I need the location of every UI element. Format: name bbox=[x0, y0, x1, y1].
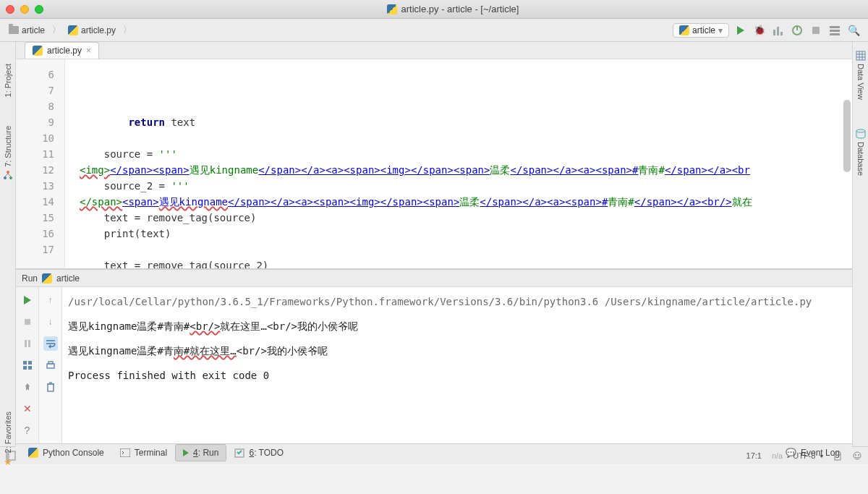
code-line[interactable] bbox=[65, 130, 852, 146]
python-file-icon bbox=[679, 25, 689, 35]
close-tab-button[interactable]: ✕ bbox=[20, 401, 35, 416]
python-file-icon bbox=[42, 273, 52, 284]
svg-rect-1 bbox=[777, 27, 779, 35]
titlebar: article.py - article - [~/article] bbox=[0, 0, 868, 19]
chevron-right-icon: 〉 bbox=[123, 24, 132, 36]
scroll-to-top-button[interactable]: ↑ bbox=[43, 293, 58, 307]
status-inspector-icon[interactable] bbox=[852, 451, 862, 461]
run-config-selector[interactable]: article ▾ bbox=[673, 23, 729, 38]
svg-rect-2 bbox=[780, 32, 783, 35]
folder-icon bbox=[9, 26, 19, 34]
svg-rect-27 bbox=[835, 455, 841, 460]
python-file-icon bbox=[68, 25, 78, 35]
tab-todo[interactable]: 6: TODO bbox=[226, 444, 292, 461]
editor-tabs: article.py × bbox=[16, 42, 852, 59]
console-command-line: /usr/local/Cellar/python/3.6.5_1/Framewo… bbox=[68, 293, 846, 310]
window-zoom-button[interactable] bbox=[35, 5, 43, 14]
tab-python-console[interactable]: Python Console bbox=[20, 444, 112, 461]
tool-data-view-tab[interactable]: Data View bbox=[856, 51, 866, 100]
svg-rect-20 bbox=[48, 384, 54, 391]
database-icon bbox=[856, 129, 866, 139]
grid-icon bbox=[856, 51, 866, 61]
run-tool-title: Run bbox=[22, 273, 38, 284]
close-tab-button[interactable]: × bbox=[86, 46, 91, 56]
scroll-to-bottom-button[interactable]: ↓ bbox=[43, 315, 58, 329]
tool-database-tab[interactable]: Database bbox=[856, 129, 866, 176]
console-output[interactable]: /usr/local/Cellar/python/3.6.5_1/Framewo… bbox=[62, 287, 852, 443]
clear-all-button[interactable] bbox=[43, 380, 58, 394]
stop-process-button[interactable] bbox=[20, 315, 35, 329]
svg-rect-13 bbox=[28, 340, 30, 347]
window-close-button[interactable] bbox=[6, 5, 14, 14]
code-line[interactable]: text = remove_tag(source) bbox=[65, 210, 852, 226]
layout-settings-button[interactable] bbox=[829, 25, 841, 36]
code-area[interactable]: return text source = '''<img></span><spa… bbox=[65, 59, 852, 268]
svg-rect-11 bbox=[25, 319, 30, 325]
python-icon bbox=[28, 448, 38, 458]
rerun-button[interactable] bbox=[20, 293, 35, 307]
code-line[interactable]: print(text) bbox=[65, 226, 852, 242]
python-file-icon bbox=[33, 46, 43, 56]
console-exit-line: Process finished with exit code 0 bbox=[68, 367, 846, 384]
tool-structure-tab[interactable]: 7: Structure bbox=[3, 126, 13, 180]
run-actions-rail: ✕ ? bbox=[16, 287, 39, 443]
stop-button[interactable] bbox=[810, 25, 822, 36]
code-editor[interactable]: 67891011121314151617 return text source … bbox=[16, 59, 852, 269]
structure-icon bbox=[3, 170, 13, 180]
tool-project-tab[interactable]: 1: Project bbox=[4, 64, 12, 97]
pin-tab-button[interactable] bbox=[20, 380, 35, 394]
print-button[interactable] bbox=[43, 358, 58, 372]
svg-rect-4 bbox=[812, 27, 820, 34]
center-column: article.py × 67891011121314151617 return… bbox=[16, 42, 852, 446]
svg-rect-6 bbox=[830, 30, 840, 32]
tab-run[interactable]: 4: Run bbox=[175, 444, 226, 461]
run-tool-header[interactable]: Run article bbox=[16, 270, 852, 287]
svg-point-8 bbox=[7, 171, 9, 174]
run-button[interactable] bbox=[735, 25, 746, 36]
code-line[interactable] bbox=[65, 242, 852, 257]
breadcrumb-file[interactable]: article.py bbox=[64, 24, 120, 37]
code-line[interactable]: source_2 = ''' bbox=[65, 178, 852, 194]
code-line[interactable]: <img></span><span>遇见kingname</span></a><… bbox=[65, 162, 852, 178]
code-line[interactable]: text = remove_tag(source_2) bbox=[65, 257, 852, 268]
console-output-line: 遇见kingname温柔#青南#<br/>就在这里…<br/>我的小侯爷呢 bbox=[68, 318, 846, 335]
bottom-tool-tabs: Python Console Terminal 4: Run 6: TODO 💬… bbox=[16, 443, 852, 461]
editor-scrollbar[interactable] bbox=[843, 100, 851, 172]
status-line-separator[interactable]: n/a bbox=[772, 451, 783, 460]
svg-rect-15 bbox=[28, 361, 32, 365]
svg-point-10 bbox=[9, 176, 12, 179]
svg-rect-0 bbox=[773, 30, 775, 35]
status-caret-position[interactable]: 17:1 bbox=[746, 451, 762, 460]
svg-rect-12 bbox=[25, 340, 27, 347]
chevron-right-icon: 〉 bbox=[52, 24, 61, 36]
pause-button[interactable] bbox=[20, 336, 35, 351]
profile-button[interactable] bbox=[791, 25, 803, 36]
main-area: 1: Project 7: Structure 2: Favorites ★ a… bbox=[0, 42, 868, 446]
breadcrumb-project-label: article bbox=[22, 25, 45, 35]
status-encoding[interactable]: UTF-8♦ bbox=[793, 451, 823, 460]
svg-rect-19 bbox=[48, 362, 53, 364]
status-read-only-toggle[interactable] bbox=[833, 451, 842, 461]
breadcrumb-project[interactable]: article bbox=[4, 24, 49, 37]
main-toolbar: article 〉 article.py 〉 article ▾ bbox=[0, 19, 868, 42]
line-number-gutter: 67891011121314151617 bbox=[16, 59, 65, 268]
help-button[interactable]: ? bbox=[20, 423, 35, 438]
right-tool-rail: Data View Database bbox=[852, 42, 868, 446]
svg-rect-23 bbox=[856, 51, 865, 60]
search-everywhere-button[interactable] bbox=[848, 25, 859, 36]
editor-tab-article[interactable]: article.py × bbox=[25, 42, 99, 59]
svg-rect-17 bbox=[28, 366, 32, 370]
code-line[interactable]: source = ''' bbox=[65, 146, 852, 162]
code-line[interactable]: </span><span>遇见kingname</span></a><a><sp… bbox=[65, 194, 852, 210]
code-line[interactable]: return text bbox=[65, 114, 852, 130]
svg-point-9 bbox=[4, 176, 7, 179]
run-tool-config: article bbox=[56, 273, 80, 284]
breadcrumb: article 〉 article.py 〉 bbox=[4, 24, 132, 37]
restart-button[interactable] bbox=[20, 358, 35, 372]
tab-terminal[interactable]: Terminal bbox=[112, 444, 175, 461]
run-with-coverage-button[interactable] bbox=[773, 25, 784, 36]
soft-wrap-toggle[interactable] bbox=[43, 336, 58, 351]
debug-button[interactable] bbox=[754, 25, 765, 36]
svg-rect-7 bbox=[830, 33, 840, 35]
window-minimize-button[interactable] bbox=[20, 5, 29, 14]
